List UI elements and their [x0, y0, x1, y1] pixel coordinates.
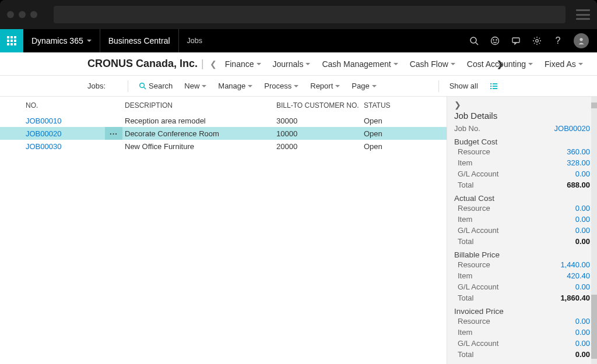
cell-no[interactable]: JOB00030 [26, 142, 125, 151]
row-actions-icon[interactable]: ··· [105, 127, 122, 140]
detail-label: G/L Account [454, 226, 498, 235]
search-icon[interactable] [469, 36, 479, 46]
detail-label-total: Total [454, 237, 473, 246]
close-dot[interactable] [7, 11, 14, 18]
svg-rect-4 [10, 40, 13, 42]
search-label: Search [149, 82, 173, 90]
detail-value[interactable]: 1,440.00 [560, 260, 590, 269]
max-dot[interactable] [30, 11, 37, 18]
browser-chrome [0, 0, 597, 29]
user-avatar[interactable] [574, 33, 589, 48]
detail-value[interactable]: 420.40 [567, 271, 590, 280]
scrollbar-thumb[interactable] [591, 295, 597, 359]
scrollbar-track [591, 97, 597, 364]
cell-bill: 30000 [276, 116, 364, 125]
detail-value[interactable]: 0.00 [575, 282, 590, 291]
detail-value[interactable]: 0.00 [575, 339, 590, 348]
svg-rect-14 [512, 38, 519, 43]
gear-icon[interactable] [532, 36, 542, 46]
svg-rect-3 [7, 40, 9, 42]
svg-rect-7 [10, 43, 13, 45]
list-view-icon[interactable] [490, 82, 498, 90]
cell-status: Open [364, 129, 434, 138]
window-controls [7, 11, 37, 18]
detail-label: G/L Account [454, 169, 498, 178]
detail-label: Item [454, 215, 472, 224]
col-no[interactable]: NO. [26, 101, 125, 109]
svg-point-17 [140, 83, 145, 88]
table-row[interactable]: JOB00020···Decorate Conference Room10000… [0, 127, 447, 140]
nav-forward-icon[interactable]: ❯ [497, 59, 504, 69]
svg-point-11 [491, 37, 499, 45]
svg-rect-2 [14, 36, 16, 38]
svg-point-13 [496, 40, 497, 40]
svg-rect-1 [10, 36, 13, 38]
nav-item-cash-management[interactable]: Cash Management [316, 59, 403, 69]
module-name[interactable]: Business Central [100, 29, 179, 52]
detail-label: G/L Account [454, 339, 498, 348]
detail-title: Job Details [454, 111, 590, 121]
url-bar[interactable] [54, 6, 566, 23]
report-button[interactable]: Report [304, 82, 346, 90]
process-button[interactable]: Process [258, 82, 304, 90]
chat-icon[interactable] [511, 36, 521, 46]
cell-no[interactable]: JOB00010 [26, 116, 125, 125]
job-no-value[interactable]: JOB00020 [554, 124, 590, 133]
nav-item-cash-flow[interactable]: Cash Flow [404, 59, 461, 69]
detail-section-header: Actual Cost [454, 194, 590, 203]
detail-value[interactable]: 0.00 [575, 317, 590, 326]
toolbar: Jobs: Search New Manage Process Report P… [0, 76, 597, 97]
table-header: NO. DESCRIPTION BILL-TO CUSTOMER NO. STA… [0, 97, 447, 114]
cell-status: Open [364, 116, 434, 125]
detail-total: 0.00 [575, 350, 590, 359]
detail-value[interactable]: 0.00 [575, 226, 590, 235]
cell-bill: 20000 [276, 142, 364, 151]
svg-rect-6 [7, 43, 9, 45]
help-icon[interactable]: ? [553, 36, 563, 46]
col-status[interactable]: STATUS [364, 101, 434, 109]
detail-label-total: Total [454, 294, 473, 302]
manage-button[interactable]: Manage [212, 82, 258, 90]
detail-label-total: Total [454, 350, 473, 359]
nav-item-fixed-assets[interactable]: Fixed As [539, 59, 583, 69]
nav-item-journals[interactable]: Journals [267, 59, 317, 69]
detail-total: 688.00 [567, 181, 590, 189]
search-button[interactable]: Search [133, 82, 178, 90]
page-button[interactable]: Page [346, 82, 382, 90]
list-title: Jobs: [87, 82, 106, 90]
detail-value[interactable]: 0.00 [575, 328, 590, 337]
svg-line-18 [144, 87, 146, 89]
detail-label: Item [454, 328, 472, 337]
detail-value[interactable]: 0.00 [575, 215, 590, 224]
smile-icon[interactable] [490, 36, 500, 46]
table-row[interactable]: JOB00010Reception area remodel30000Open [0, 114, 447, 127]
cell-desc: New Office Furniture [125, 142, 276, 151]
app-header: Dynamics 365 Business Central Jobs ? [0, 29, 597, 52]
detail-value[interactable]: 360.00 [567, 147, 590, 156]
detail-value[interactable]: 328.00 [567, 158, 590, 167]
show-all-button[interactable]: Show all [444, 82, 484, 90]
app-launcher-icon[interactable] [0, 29, 23, 52]
min-dot[interactable] [19, 11, 26, 18]
table-row[interactable]: JOB00030New Office Furniture20000Open [0, 140, 447, 153]
detail-section-header: Billable Price [454, 250, 590, 259]
svg-point-15 [536, 40, 539, 43]
jobs-table: NO. DESCRIPTION BILL-TO CUSTOMER NO. STA… [0, 97, 447, 364]
detail-value[interactable]: 0.00 [575, 169, 590, 178]
new-button[interactable]: New [178, 82, 212, 90]
collapse-icon[interactable]: ❯ [454, 100, 590, 109]
menu-icon[interactable] [576, 9, 590, 20]
svg-point-16 [580, 38, 582, 41]
nav-item-finance[interactable]: Finance [219, 59, 267, 69]
magnifier-icon [139, 82, 146, 90]
breadcrumb: Jobs [179, 29, 210, 52]
col-bill-to[interactable]: BILL-TO CUSTOMER NO. [276, 101, 364, 109]
svg-rect-5 [14, 40, 16, 42]
job-no-label: Job No. [454, 124, 480, 133]
detail-value[interactable]: 0.00 [575, 204, 590, 213]
product-switcher[interactable]: Dynamics 365 [23, 29, 100, 52]
nav-back-icon[interactable]: ❮ [210, 59, 217, 69]
detail-section-header: Invoiced Price [454, 307, 590, 316]
scrollbar-top-arrow[interactable] [591, 103, 597, 108]
col-description[interactable]: DESCRIPTION [125, 101, 276, 109]
